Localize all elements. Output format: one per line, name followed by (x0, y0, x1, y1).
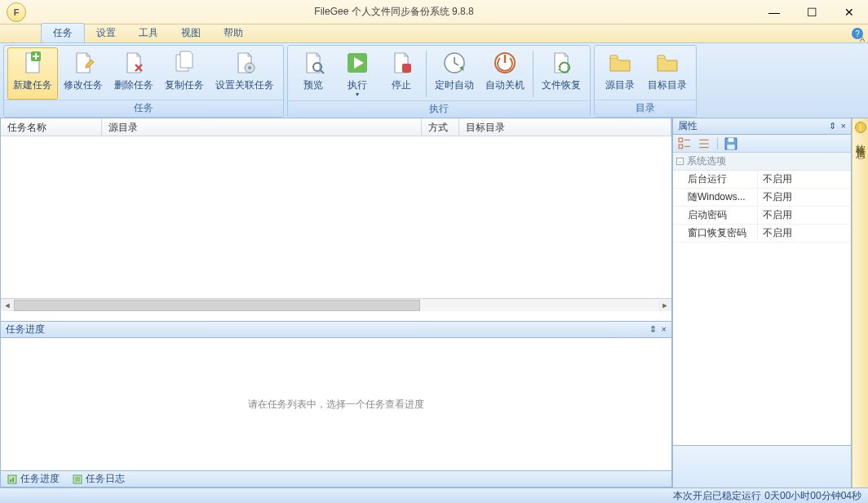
main-area: 任务名称源目录方式目标目录 ◄ ► 任务进度 ⇕ × 请在任务列表中，选择一个任… (0, 118, 868, 487)
tab-log-label: 任务日志 (86, 472, 125, 486)
grid-header: 任务名称源目录方式目标目录 (1, 118, 671, 136)
panel-controls: ⇕ × (649, 324, 666, 335)
dropdown-icon[interactable]: ▾ (356, 91, 359, 98)
window-controls: — ☐ ✕ (755, 0, 868, 24)
tab-log[interactable]: 任务日志 (66, 470, 131, 487)
ribbon-button-label: 源目录 (605, 78, 635, 92)
svg-rect-5 (402, 64, 411, 73)
stop-icon (388, 50, 414, 76)
collapse-icon[interactable]: - (676, 158, 684, 165)
maximize-button[interactable]: ☐ (793, 0, 830, 24)
bottom-tabs: 任务进度 任务日志 (0, 471, 672, 487)
task-grid[interactable]: 任务名称源目录方式目标目录 ◄ ► (0, 118, 672, 322)
menu-tab-settings[interactable]: 设置 (85, 24, 127, 42)
properties-tree[interactable]: - 系统选项 后台运行不启用随Windows...不启用启动密码不启用窗口恢复密… (673, 153, 851, 445)
clock-auto-icon (441, 50, 467, 76)
ribbon-doc-copy-button[interactable]: 复制任务 (159, 47, 210, 100)
svg-rect-10 (12, 478, 14, 482)
title-bar: F FileGee 个人文件同步备份系统 9.8.8 — ☐ ✕ (0, 0, 868, 24)
ribbon-doc-gear-button[interactable]: 设置关联任务 (210, 47, 280, 100)
info-icon: i (855, 122, 866, 133)
property-row[interactable]: 后台运行不启用 (673, 171, 851, 189)
svg-rect-24 (727, 145, 734, 149)
status-bar: 本次开启已稳定运行 0天00小时00分钟04秒 (0, 487, 868, 503)
ribbon-clock-auto-button[interactable]: 定时自动 (429, 47, 480, 100)
ribbon-button-label: 停止 (392, 78, 411, 92)
pin-icon[interactable]: ⇕ (829, 121, 836, 131)
tab-progress-label: 任务进度 (20, 472, 60, 486)
scroll-left-button[interactable]: ◄ (1, 300, 14, 311)
property-key: 随Windows... (673, 189, 758, 206)
menu-tab-tools[interactable]: 工具 (127, 24, 170, 42)
ribbon-group-label: 执行 (288, 100, 590, 118)
ribbon-doc-new-button[interactable]: 新建任务 (7, 47, 58, 100)
properties-header: 属性 ⇕ × (673, 118, 851, 135)
svg-rect-15 (679, 138, 683, 142)
properties-panel: 属性 ⇕ × - 系统选项 后台运行不启用随Windows...不启用启动密码不… (673, 118, 852, 487)
app-icon[interactable]: F (7, 2, 26, 22)
ribbon-doc-del-button[interactable]: 删除任务 (108, 47, 159, 100)
property-value[interactable]: 不启用 (758, 207, 851, 224)
save-icon[interactable] (724, 137, 737, 150)
log-tab-icon (73, 474, 82, 484)
progress-tab-icon (7, 474, 17, 484)
ribbon-doc-restore-button[interactable]: 文件恢复 (536, 47, 587, 100)
property-row[interactable]: 随Windows...不启用 (673, 189, 851, 207)
property-value[interactable]: 不启用 (758, 189, 851, 206)
side-tab-software-info[interactable]: i 软件信息 (852, 118, 868, 487)
column-header[interactable]: 任务名称 (1, 118, 102, 136)
menu-tab-view[interactable]: 视图 (170, 24, 212, 42)
doc-gear-icon (232, 50, 258, 76)
panel-close-icon[interactable]: × (662, 324, 666, 335)
sort-icon[interactable] (698, 137, 711, 150)
doc-restore-icon (548, 50, 574, 76)
column-header[interactable]: 目标目录 (459, 118, 671, 136)
progress-body: 请在任务列表中，选择一个任务查看进度 (1, 338, 671, 470)
ribbon-preview-button[interactable]: 预览 (291, 47, 335, 100)
property-row[interactable]: 启动密码不启用 (673, 207, 851, 225)
close-button[interactable]: ✕ (830, 0, 868, 24)
tab-progress[interactable]: 任务进度 (1, 470, 66, 487)
menu-tab-task[interactable]: 任务 (41, 23, 85, 42)
progress-panel: 任务进度 ⇕ × 请在任务列表中，选择一个任务查看进度 (0, 322, 672, 471)
ribbon-button-label: 文件恢复 (542, 78, 581, 92)
ribbon-group-执行: 预览执行▾停止定时自动自动关机文件恢复执行 (287, 45, 591, 118)
panel-close-icon[interactable]: × (841, 121, 846, 131)
scroll-thumb[interactable] (14, 300, 420, 311)
horizontal-scrollbar[interactable]: ◄ ► (1, 298, 671, 311)
minimize-button[interactable]: — (755, 0, 793, 24)
pin-icon[interactable]: ⇕ (649, 324, 657, 335)
doc-del-icon (121, 50, 147, 76)
categorize-icon[interactable] (678, 137, 691, 150)
property-key: 窗口恢复密码 (673, 225, 758, 242)
doc-edit-icon (70, 50, 96, 76)
grid-body[interactable] (1, 136, 671, 298)
property-value[interactable]: 不启用 (758, 225, 851, 242)
ribbon-power-button[interactable]: 自动关机 (480, 47, 530, 100)
progress-title: 任务进度 (6, 323, 45, 336)
ribbon-button-label: 设置关联任务 (215, 78, 274, 92)
ribbon-stop-button[interactable]: 停止 (379, 47, 423, 100)
scroll-right-button[interactable]: ► (658, 300, 671, 311)
power-icon (492, 50, 518, 76)
svg-rect-9 (10, 479, 11, 482)
ribbon-folder-button[interactable]: 源目录 (598, 47, 642, 100)
ribbon-button-label: 预览 (303, 78, 323, 92)
folder-icon (654, 50, 680, 76)
property-value[interactable]: 不启用 (758, 171, 851, 188)
left-pane: 任务名称源目录方式目标目录 ◄ ► 任务进度 ⇕ × 请在任务列表中，选择一个任… (0, 118, 673, 487)
property-category[interactable]: - 系统选项 (673, 153, 851, 171)
ribbon-play-button[interactable]: 执行▾ (335, 47, 379, 100)
ribbon-folder-button[interactable]: 目标目录 (642, 47, 693, 100)
ribbon-doc-edit-button[interactable]: 修改任务 (58, 47, 108, 100)
menu-tab-help[interactable]: 帮助 (212, 24, 255, 42)
column-header[interactable]: 方式 (422, 118, 459, 136)
property-row[interactable]: 窗口恢复密码不启用 (673, 225, 851, 243)
status-uptime: 0天00小时00分钟04秒 (764, 489, 861, 503)
scroll-track[interactable] (14, 300, 658, 311)
ribbon-button-label: 目标目录 (648, 78, 687, 92)
ribbon: 新建任务修改任务删除任务复制任务设置关联任务任务预览执行▾停止定时自动自动关机文… (0, 43, 868, 118)
svg-rect-16 (679, 145, 683, 149)
column-header[interactable]: 源目录 (102, 118, 422, 136)
status-prefix: 本次开启已稳定运行 (673, 489, 761, 503)
